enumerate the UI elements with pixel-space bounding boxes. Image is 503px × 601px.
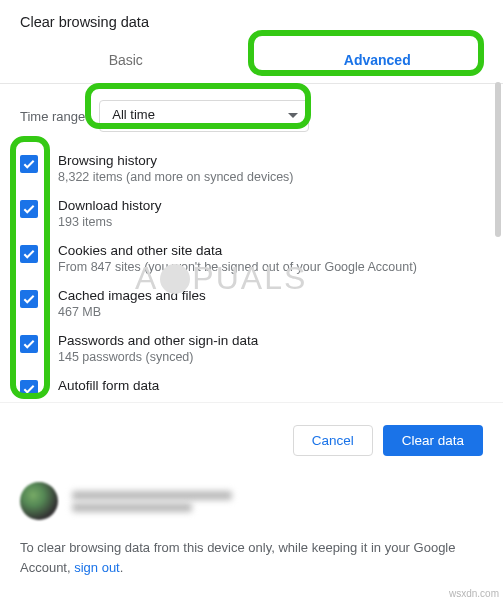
checkbox[interactable] <box>20 245 38 263</box>
list-item: Cached images and files467 MB <box>20 281 483 326</box>
tab-basic[interactable]: Basic <box>0 40 252 83</box>
item-title: Cookies and other site data <box>58 243 417 258</box>
clear-data-button[interactable]: Clear data <box>383 425 483 456</box>
checkbox[interactable] <box>20 335 38 353</box>
list-item: Cookies and other site dataFrom 847 site… <box>20 236 483 281</box>
cancel-button[interactable]: Cancel <box>293 425 373 456</box>
footer-text-after: . <box>120 560 124 575</box>
time-range-label: Time range <box>20 109 85 124</box>
item-title: Browsing history <box>58 153 294 168</box>
scrollbar[interactable] <box>495 82 501 237</box>
item-subtitle: 193 items <box>58 215 162 229</box>
options-list: Browsing history8,322 items (and more on… <box>0 142 503 402</box>
tab-advanced[interactable]: Advanced <box>252 40 504 83</box>
item-subtitle: From 847 sites (you won't be signed out … <box>58 260 417 274</box>
item-subtitle: 8,322 items (and more on synced devices) <box>58 170 294 184</box>
item-subtitle: 145 passwords (synced) <box>58 350 258 364</box>
item-subtitle: 467 MB <box>58 305 206 319</box>
profile-name-redacted <box>72 491 232 500</box>
item-title: Passwords and other sign-in data <box>58 333 258 348</box>
item-title: Cached images and files <box>58 288 206 303</box>
item-title: Autofill form data <box>58 378 159 393</box>
profile-email-redacted <box>72 503 192 512</box>
avatar <box>20 482 58 520</box>
checkbox[interactable] <box>20 380 38 398</box>
checkbox[interactable] <box>20 200 38 218</box>
list-item: Download history193 items <box>20 191 483 236</box>
item-title: Download history <box>58 198 162 213</box>
list-item: Browsing history8,322 items (and more on… <box>20 146 483 191</box>
dialog-title: Clear browsing data <box>20 14 483 30</box>
time-range-dropdown[interactable]: All time <box>99 100 309 132</box>
list-item: Autofill form data <box>20 371 483 402</box>
site-tag: wsxdn.com <box>449 588 499 599</box>
checkbox[interactable] <box>20 290 38 308</box>
tabs: Basic Advanced <box>0 40 503 84</box>
footer-note: To clear browsing data from this device … <box>0 520 503 577</box>
profile-block <box>0 472 503 520</box>
list-item: Passwords and other sign-in data145 pass… <box>20 326 483 371</box>
sign-out-link[interactable]: sign out <box>74 560 120 575</box>
time-range-value: All time <box>112 107 155 122</box>
chevron-down-icon <box>288 113 298 118</box>
checkbox[interactable] <box>20 155 38 173</box>
